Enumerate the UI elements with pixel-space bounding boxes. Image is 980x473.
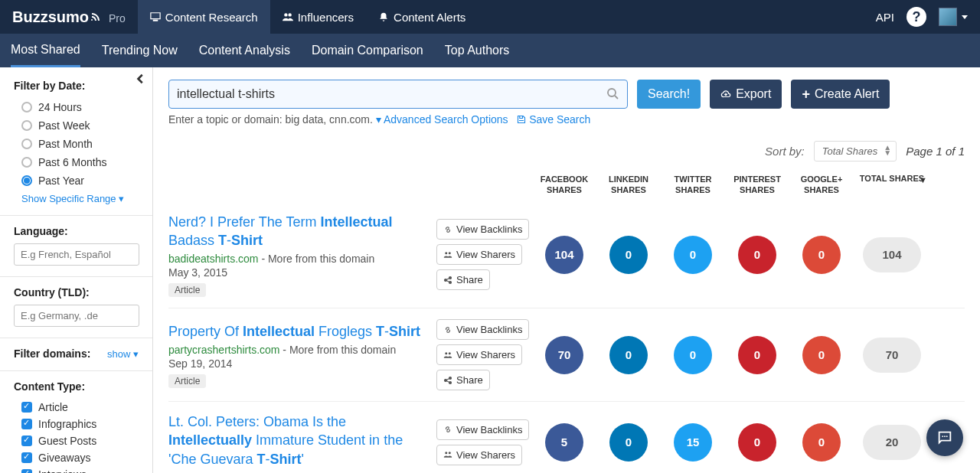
arrow-left-icon [136,73,146,84]
subnav-analysis[interactable]: Content Analysis [199,35,290,66]
signal-icon [90,11,104,22]
googleplus-shares: 0 [802,236,841,274]
col-twitter: TWITTER SHARES [661,174,725,196]
logo[interactable]: Buzzsumo Pro [0,0,138,34]
checkbox-icon [21,435,32,446]
radio-icon [21,175,32,186]
facebook-shares: 70 [545,336,583,374]
result-row: Property Of Intellectual Froglegs T-Shir… [168,308,965,401]
facebook-shares: 5 [545,423,583,462]
article-tag: Article [168,283,206,297]
result-domain[interactable]: partycrashertshirts.com [168,344,279,356]
collapse-sidebar[interactable] [136,73,146,84]
svg-point-7 [449,281,452,283]
col-googleplus: GOOGLE+ SHARES [789,174,854,196]
logo-text: Buzzsumo [12,0,89,34]
user-menu[interactable] [939,8,968,26]
nav-content-alerts[interactable]: Content Alerts [366,0,478,34]
sort-select[interactable]: Total Shares ▲▼ [814,141,897,161]
share-button[interactable]: Share [436,269,490,290]
share-icon [443,276,452,285]
share-button[interactable]: Share [436,370,490,390]
svg-point-11 [449,377,452,379]
result-title[interactable]: Lt. Col. Peters: Obama Is the Intellectu… [168,413,427,468]
subnav-domain-comparison[interactable]: Domain Comparison [312,35,423,66]
content-type-option[interactable]: Infographics [0,416,152,432]
svg-point-5 [445,279,447,281]
topbar-right: API ? [876,7,980,27]
cloud-download-icon [720,89,731,99]
search-input[interactable] [168,80,628,109]
date-option[interactable]: 24 Hours [0,98,152,116]
linkedin-shares: 0 [609,423,648,462]
subnav-trending[interactable]: Trending Now [102,35,178,66]
pinterest-shares: 0 [738,423,776,462]
language-input[interactable] [14,243,139,266]
chat-widget[interactable] [926,419,963,456]
result-title[interactable]: Nerd? I Prefer The Term Intellectual Bad… [168,213,427,250]
search-button[interactable]: Search! [637,80,701,109]
view-backlinks-button[interactable]: View Backlinks [436,419,529,440]
svg-point-1 [288,13,291,16]
results-header: FACEBOOK SHARES LINKEDIN SHARES TWITTER … [168,169,965,202]
advanced-search-link[interactable]: ▾ Advanced Search Options [376,113,508,126]
content-type-option[interactable]: Giveaways [0,449,152,466]
country-input[interactable] [14,305,139,327]
create-alert-button[interactable]: + Create Alert [791,80,890,109]
content-type-option[interactable]: Guest Posts [0,432,152,449]
googleplus-shares: 0 [802,423,841,462]
content-type-option[interactable]: Interviews [0,466,152,473]
help-icon[interactable]: ? [906,7,926,27]
date-option[interactable]: Past Year [0,171,152,190]
top-nav: Content Research Influencers Content Ale… [138,0,479,34]
monitor-icon [150,11,161,22]
save-icon [517,115,526,124]
pinterest-shares: 0 [738,336,776,374]
view-backlinks-button[interactable]: View Backlinks [436,319,529,340]
users-icon [443,450,452,459]
link-icon [443,425,452,434]
filter-domains-heading: Filter domains: [14,347,90,360]
result-row: Nerd? I Prefer The Term Intellectual Bad… [168,202,965,308]
result-title[interactable]: Property Of Intellectual Froglegs T-Shir… [168,322,427,341]
users-icon [283,11,293,22]
subnav-most-shared[interactable]: Most Shared [11,34,80,67]
svg-point-8 [445,352,447,354]
result-date: May 3, 2015 [168,266,427,279]
api-link[interactable]: API [876,11,894,24]
view-sharers-button[interactable]: View Sharers [436,244,522,265]
subnav-top-authors[interactable]: Top Authors [445,35,510,66]
linkedin-shares: 0 [609,236,648,274]
country-heading: Country (TLD): [14,286,139,298]
view-sharers-button[interactable]: View Sharers [436,445,522,465]
view-sharers-button[interactable]: View Sharers [436,344,522,365]
export-button[interactable]: Export [710,80,782,109]
nav-influencers[interactable]: Influencers [270,0,366,34]
svg-point-10 [445,379,447,381]
nav-content-research[interactable]: Content Research [138,0,270,34]
avatar [939,8,957,26]
linkedin-shares: 0 [609,336,648,374]
col-pinterest: PINTEREST SHARES [725,174,789,196]
filter-date-heading: Filter by Date: [14,80,139,92]
topbar: Buzzsumo Pro Content Research Influencer… [0,0,980,34]
result-domain[interactable]: badideatshirts.com [168,253,259,265]
date-option[interactable]: Past 6 Months [0,153,152,171]
search-hint: Enter a topic or domain: big data, cnn.c… [168,113,965,126]
pagination-info: Page 1 of 1 [906,145,965,158]
save-search-link[interactable]: Save Search [517,113,590,126]
nav-label: Influencers [298,11,354,24]
show-specific-range[interactable]: Show Specific Range ▾ [0,190,152,210]
view-backlinks-button[interactable]: View Backlinks [436,219,529,240]
updown-icon: ▲▼ [884,145,891,155]
col-linkedin: LINKEDIN SHARES [596,174,661,196]
checkbox-icon [21,419,32,429]
content-type-option[interactable]: Article [0,399,152,416]
radio-icon [21,157,32,168]
date-option[interactable]: Past Month [0,135,152,153]
col-total[interactable]: TOTAL SHARES ▼ [854,174,930,196]
twitter-shares: 0 [674,236,712,274]
search-icon[interactable] [606,87,619,99]
show-domains-link[interactable]: show ▾ [107,348,139,360]
date-option[interactable]: Past Week [0,116,152,135]
